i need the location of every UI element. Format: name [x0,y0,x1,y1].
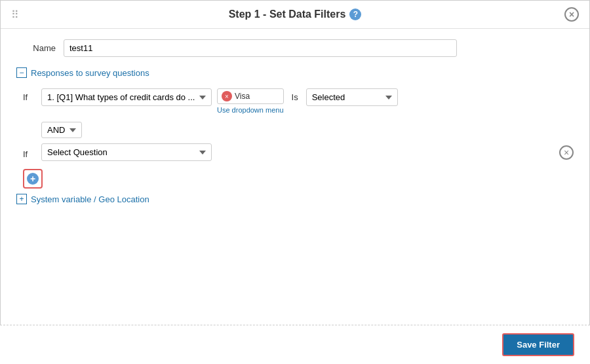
question-select-2[interactable]: Select Question [41,143,212,161]
dialog-footer: Save Filter [0,325,590,364]
and-row: AND OR [41,122,574,138]
system-section-header[interactable]: + System variable / Geo Location [16,194,574,204]
tag-remove-icon[interactable]: × [222,91,232,101]
name-input[interactable] [64,39,457,57]
is-label-1: Is [284,88,306,106]
tag-container-1: × Visa Use dropdown menu [217,88,284,114]
if-label-2: If [23,145,36,159]
system-section: + System variable / Geo Location [16,194,574,204]
condition-select-1[interactable]: Selected Not Selected [306,88,398,106]
dialog-content: Name − Responses to survey questions If … [1,29,589,225]
drag-handle-icon[interactable]: ⠿ [11,9,19,21]
name-row: Name [16,39,574,57]
add-button-row: + [23,169,574,189]
filter-row-2: If Select Question × [16,143,574,161]
responses-section-label: Responses to survey questions [31,68,149,78]
dialog-title: Step 1 - Set Data Filters [229,9,346,20]
system-expand-icon: + [16,194,27,204]
system-section-label: System variable / Geo Location [31,194,149,204]
save-filter-button[interactable]: Save Filter [502,333,574,356]
visa-tag: × Visa [222,91,250,101]
remove-filter-icon[interactable]: × [559,145,574,160]
plus-icon: + [27,173,39,185]
tag-label: Visa [235,92,250,101]
dropdown-hint[interactable]: Use dropdown menu [217,106,284,114]
help-icon[interactable]: ? [349,9,361,20]
and-select[interactable]: AND OR [41,122,82,138]
filter-row-1: If 1. [Q1] What types of credit cards do… [16,88,574,114]
responses-section-header[interactable]: − Responses to survey questions [16,67,574,78]
add-filter-button[interactable]: + [23,169,43,189]
tag-box-1: × Visa [217,88,284,104]
responses-expand-icon: − [16,67,27,78]
question-select-1[interactable]: 1. [Q1] What types of credit cards do ..… [41,88,212,106]
close-icon[interactable]: × [564,7,579,22]
name-label: Name [16,43,56,53]
dialog-header: ⠿ Step 1 - Set Data Filters ? × [1,1,589,29]
if-label-1: If [23,88,36,102]
